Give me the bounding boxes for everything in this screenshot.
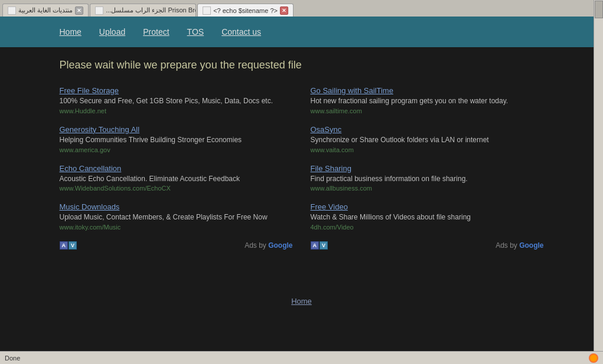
ad-right-3: Free Video Watch & Share Millions of Vid… xyxy=(311,202,544,231)
tab-2[interactable]: ...الجزء الراب مسلسل Prison Break ✕ xyxy=(90,4,196,17)
badge-v-left: V xyxy=(69,241,77,250)
badge-v-right: V xyxy=(320,241,328,250)
main-content: Please wait while we prepare you the req… xyxy=(48,47,556,261)
tab-1-label: منتديات الغاية العربية xyxy=(18,6,73,14)
ads-by-google-left: Ads by Google xyxy=(245,241,292,250)
badge-a-right: A xyxy=(311,241,320,250)
ad-right-desc-0: Hot new fractional sailing program gets … xyxy=(311,96,544,106)
ad-left-2: Echo Cancellation Acoustic Echo Cancella… xyxy=(60,164,293,192)
google-text-left: Google xyxy=(268,241,292,250)
ad-left-link-0[interactable]: Free File Storage xyxy=(60,86,293,95)
tab-2-label: ...الجزء الراب مسلسل Prison Break xyxy=(106,6,196,14)
ad-left-link-3[interactable]: Music Downloads xyxy=(60,202,293,211)
tab-1-icon xyxy=(8,6,16,15)
footer-home-link[interactable]: Home xyxy=(291,297,312,306)
ads-container: Free File Storage 100% Secure and Free, … xyxy=(60,86,544,250)
ad-right-link-2[interactable]: File Sharing xyxy=(311,164,544,173)
tab-1-close[interactable]: ✕ xyxy=(75,6,83,15)
ad-right-link-3[interactable]: Free Video xyxy=(311,202,544,211)
ads-right-badge: A V xyxy=(311,241,328,250)
ad-right-0: Go Sailing with SailTime Hot new fractio… xyxy=(311,86,544,114)
tab-3-label: <? echo $sitename ?> xyxy=(213,7,278,14)
ad-left-url-3: www.itoky.com/Music xyxy=(60,224,293,231)
ads-left-footer: A V Ads by Google xyxy=(60,241,293,250)
tab-bar: منتديات الغاية العربية ✕ ...الجزء الراب … xyxy=(0,0,603,17)
ads-right-column: Go Sailing with SailTime Hot new fractio… xyxy=(311,86,544,250)
ad-left-link-2[interactable]: Echo Cancellation xyxy=(60,164,293,173)
ad-left-desc-0: 100% Secure and Free, Get 1GB Store Pics… xyxy=(60,96,293,106)
badge-a-left: A xyxy=(60,241,69,250)
nav-protect[interactable]: Protect xyxy=(143,27,169,37)
nav-contact[interactable]: Contact us xyxy=(221,27,261,37)
ad-right-link-0[interactable]: Go Sailing with SailTime xyxy=(311,86,544,95)
page-footer: Home xyxy=(0,297,603,306)
tab-3-close[interactable]: ✕ xyxy=(280,6,288,15)
ad-left-desc-2: Acoustic Echo Cancellation. Eliminate Ac… xyxy=(60,174,293,184)
ad-right-link-1[interactable]: OsaSync xyxy=(311,125,544,134)
tab-2-icon xyxy=(95,6,103,15)
ad-right-desc-3: Watch & Share Millions of Videos about f… xyxy=(311,212,544,222)
ad-left-url-0: www.Huddle.net xyxy=(60,107,293,114)
ads-by-google-right: Ads by Google xyxy=(496,241,543,250)
ad-right-url-2: www.allbusiness.com xyxy=(311,185,544,192)
ad-left-0: Free File Storage 100% Secure and Free, … xyxy=(60,86,293,114)
ads-left-badge: A V xyxy=(60,241,77,250)
scrollbar-thumb[interactable] xyxy=(595,1,603,18)
ad-left-1: Generosity Touching All Helping Communit… xyxy=(60,125,293,153)
nav-home[interactable]: Home xyxy=(60,27,82,37)
ads-right-footer: A V Ads by Google xyxy=(311,241,544,250)
google-text-right: Google xyxy=(519,241,543,250)
tab-1[interactable]: منتديات الغاية العربية ✕ xyxy=(2,4,89,17)
ad-right-url-0: www.sailtime.com xyxy=(311,107,544,114)
nav-bar: Home Upload Protect TOS Contact us xyxy=(0,17,603,47)
nav-upload[interactable]: Upload xyxy=(99,27,125,37)
nav-tos[interactable]: TOS xyxy=(187,27,204,37)
ad-left-link-1[interactable]: Generosity Touching All xyxy=(60,125,293,134)
ad-left-3: Music Downloads Upload Music, Contact Me… xyxy=(60,202,293,231)
ad-right-1: OsaSync Synchronize or Share Outlook fol… xyxy=(311,125,544,153)
scrollbar[interactable] xyxy=(594,0,603,317)
tab-3[interactable]: <? echo $sitename ?> ✕ xyxy=(197,4,294,17)
ad-right-desc-1: Synchronize or Share Outlook folders via… xyxy=(311,135,544,145)
ad-right-desc-2: Find practical business information on f… xyxy=(311,174,544,184)
ad-left-desc-1: Helping Communities Thrive Building Stro… xyxy=(60,135,293,145)
ad-right-url-3: 4dh.com/Video xyxy=(311,224,544,231)
ad-left-desc-3: Upload Music, Contact Members, & Create … xyxy=(60,212,293,222)
ad-left-url-2: www.WidebandSolutions.com/EchoCX xyxy=(60,185,293,192)
ad-right-2: File Sharing Find practical business inf… xyxy=(311,164,544,192)
ad-left-url-1: www.america.gov xyxy=(60,146,293,153)
ad-right-url-1: www.vaita.com xyxy=(311,146,544,153)
wait-message: Please wait while we prepare you the req… xyxy=(60,59,544,71)
tab-3-icon xyxy=(203,6,211,15)
ads-left-column: Free File Storage 100% Secure and Free, … xyxy=(60,86,293,250)
